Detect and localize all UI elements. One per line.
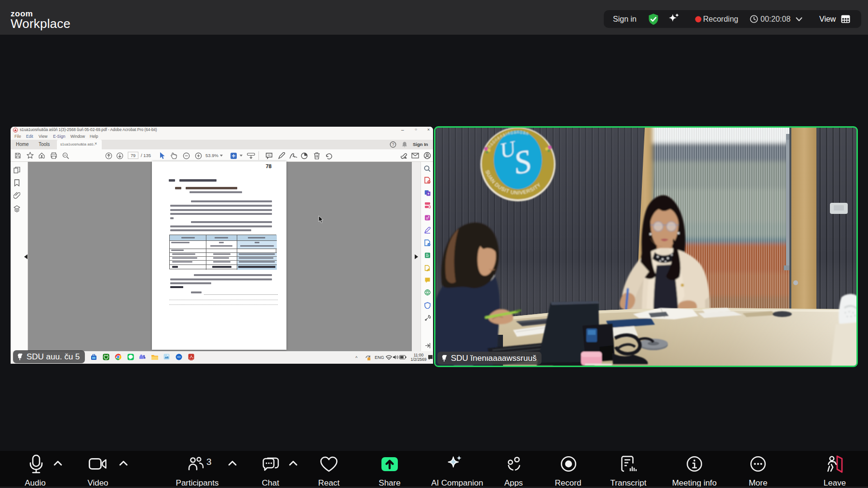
svg-text:?: ? (392, 142, 394, 147)
